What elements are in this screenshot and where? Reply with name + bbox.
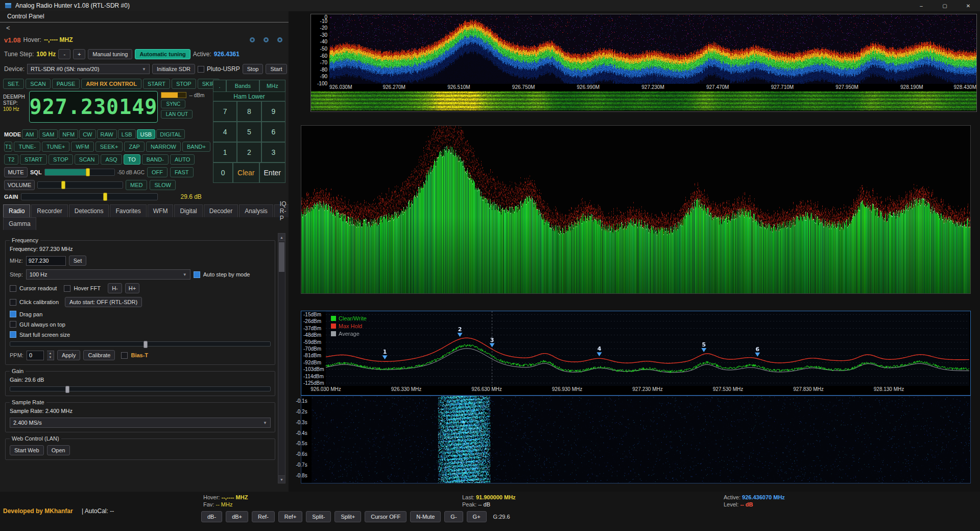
maximize-button[interactable]: ▢ <box>933 0 957 11</box>
close-button[interactable]: ✕ <box>957 0 980 11</box>
arh-rx-control-button[interactable]: ARH RX CONTROL <box>81 79 141 89</box>
narrow-button[interactable]: NARROW <box>146 142 181 152</box>
keypad-bands-button[interactable]: Bands <box>226 80 259 92</box>
agc-med-button[interactable]: MED <box>126 180 147 190</box>
mhz-input[interactable] <box>26 256 66 266</box>
scan-scan-button[interactable]: SCAN <box>75 154 100 165</box>
mode-digital[interactable]: DIGITAL <box>156 129 185 139</box>
waterfall-panel[interactable]: -0.1s-0.2s-0.3s-0.4s-0.5s-0.6s-0.7s-0.8s <box>301 396 971 483</box>
gain-setting-slider[interactable] <box>10 386 271 391</box>
developer-credit-link[interactable]: Developed by MKhanfar <box>3 507 73 515</box>
squelch-slider[interactable] <box>44 169 115 176</box>
key-3[interactable]: 3 <box>261 142 285 163</box>
pause-button[interactable]: PAUSE <box>52 79 80 89</box>
keypad-mhz-button[interactable]: MHz <box>259 80 285 92</box>
key-4[interactable]: 4 <box>213 122 237 142</box>
collapse-panel-button[interactable]: < <box>6 24 10 32</box>
ref-plus-button[interactable]: Ref+ <box>278 511 303 522</box>
spin-up-icon[interactable]: ▲ <box>47 351 54 356</box>
band-minus-button[interactable]: BAND- <box>142 154 169 165</box>
scan-button[interactable]: SCAN <box>26 79 51 89</box>
device-select[interactable]: RTL-SDR #0 (SN: nano/20) ▼ <box>27 64 150 74</box>
cursor-off-button[interactable]: Cursor OFF <box>365 511 407 522</box>
minimize-button[interactable]: – <box>910 0 933 11</box>
agc-off-button[interactable]: OFF <box>147 167 168 177</box>
tab-digital[interactable]: Digital <box>174 204 202 217</box>
tune-minus-button[interactable]: TUNE- <box>14 142 40 152</box>
spectrum-analyzer-panel[interactable]: -15dBm-26dBm-37dBm-48dBm-59dBm-70dBm-81d… <box>301 311 971 396</box>
frequency-display[interactable]: 927.230149 <box>29 91 158 123</box>
tab-recorder[interactable]: Recorder <box>31 204 67 217</box>
agc-fast-button[interactable]: FAST <box>170 167 194 177</box>
h-minus-button[interactable]: H- <box>108 283 122 293</box>
band-plus-button[interactable]: BAND+ <box>182 142 210 152</box>
key-clear[interactable]: Clear <box>233 163 259 183</box>
seek-plus-button[interactable]: SEEK+ <box>95 142 123 152</box>
db-minus-button[interactable]: dB- <box>201 511 222 522</box>
automatic-tuning-button[interactable]: Automatic tuning <box>135 49 190 59</box>
device-start-button[interactable]: Start <box>266 64 286 74</box>
tab-gamma[interactable]: Gamma <box>3 217 36 230</box>
gui-on-top-checkbox[interactable] <box>10 321 16 328</box>
spin-down-icon[interactable]: ▼ <box>47 355 54 360</box>
mode-cw[interactable]: CW <box>79 129 95 139</box>
volume-slider[interactable] <box>37 181 123 189</box>
zap-button[interactable]: ZAP <box>124 142 144 152</box>
t1-button[interactable]: T1 <box>4 142 12 152</box>
auto-button[interactable]: AUTO <box>170 154 195 165</box>
sample-rate-select[interactable]: 2.400 MS/s ▼ <box>10 418 271 428</box>
key-6[interactable]: 6 <box>261 122 285 142</box>
spectrum-history-panel[interactable]: 0-10-20-30-40-50-60-70-80-90-100 926.030… <box>310 14 977 112</box>
bias-t-checkbox[interactable] <box>121 352 128 359</box>
key-enter[interactable]: Enter <box>259 163 285 183</box>
mode-usb[interactable]: USB <box>137 129 156 139</box>
full-screen-checkbox[interactable] <box>10 331 16 338</box>
wfm-button[interactable]: WFM <box>71 142 93 152</box>
ppm-stepper[interactable]: ▲▼ <box>47 351 54 360</box>
main-spectrum-canvas[interactable] <box>301 125 971 294</box>
open-web-button[interactable]: Open <box>47 445 70 455</box>
analyzer-canvas[interactable] <box>326 311 969 386</box>
g-minus-button[interactable]: G- <box>444 511 463 522</box>
start-web-button[interactable]: Start Web <box>10 445 44 455</box>
ppm-input[interactable] <box>27 351 44 360</box>
ref-minus-button[interactable]: Ref- <box>252 511 275 522</box>
tab-wfm[interactable]: WFM <box>148 204 174 217</box>
drag-pan-checkbox[interactable] <box>10 311 16 317</box>
tune-plus-button[interactable]: TUNE+ <box>42 142 69 152</box>
step-select[interactable]: 100 Hz ▼ <box>26 269 190 280</box>
tab-detections[interactable]: Detections <box>69 204 109 217</box>
tab-analysis[interactable]: Analysis <box>239 204 273 217</box>
span-slider[interactable] <box>10 341 271 347</box>
click-calibration-checkbox[interactable] <box>10 299 16 306</box>
spectrum-history-canvas[interactable] <box>329 14 976 84</box>
g-plus-button[interactable]: G+ <box>467 511 487 522</box>
tune-step-minus-button[interactable]: - <box>58 49 70 59</box>
key-7[interactable]: 7 <box>213 101 237 122</box>
mode-sam[interactable]: SAM <box>39 129 58 139</box>
auto-start-button[interactable]: Auto start: OFF (RTL-SDR) <box>65 297 142 307</box>
h-plus-button[interactable]: H+ <box>125 283 139 293</box>
hover-fft-checkbox[interactable] <box>64 285 70 292</box>
t2-button[interactable]: T2 <box>4 154 18 165</box>
volume-button[interactable]: VOLUME <box>4 180 35 190</box>
key-2[interactable]: 2 <box>237 142 261 163</box>
scroll-down-icon[interactable]: ▼ <box>278 475 285 483</box>
tab-radio[interactable]: Radio <box>3 204 30 217</box>
start-button[interactable]: START <box>143 79 170 89</box>
tab-iq-rp[interactable]: IQ R-P <box>274 204 289 217</box>
initialize-sdr-button[interactable]: Initialize SDR <box>152 64 195 74</box>
set-button[interactable]: SET. <box>3 79 24 89</box>
scrollbar-thumb[interactable] <box>279 242 284 272</box>
key-5[interactable]: 5 <box>237 122 261 142</box>
split-plus-button[interactable]: Split+ <box>334 511 361 522</box>
calibrate-button[interactable]: Calibrate <box>83 350 115 360</box>
manual-tuning-button[interactable]: Manual tuning <box>88 49 132 59</box>
tab-decoder[interactable]: Decoder <box>204 204 238 217</box>
auto-step-checkbox[interactable] <box>194 271 200 278</box>
mode-lsb[interactable]: LSB <box>118 129 136 139</box>
cursor-readout-checkbox[interactable] <box>10 285 16 292</box>
key-8[interactable]: 8 <box>237 101 261 122</box>
key-1[interactable]: 1 <box>213 142 237 163</box>
mode-raw[interactable]: RAW <box>97 129 117 139</box>
